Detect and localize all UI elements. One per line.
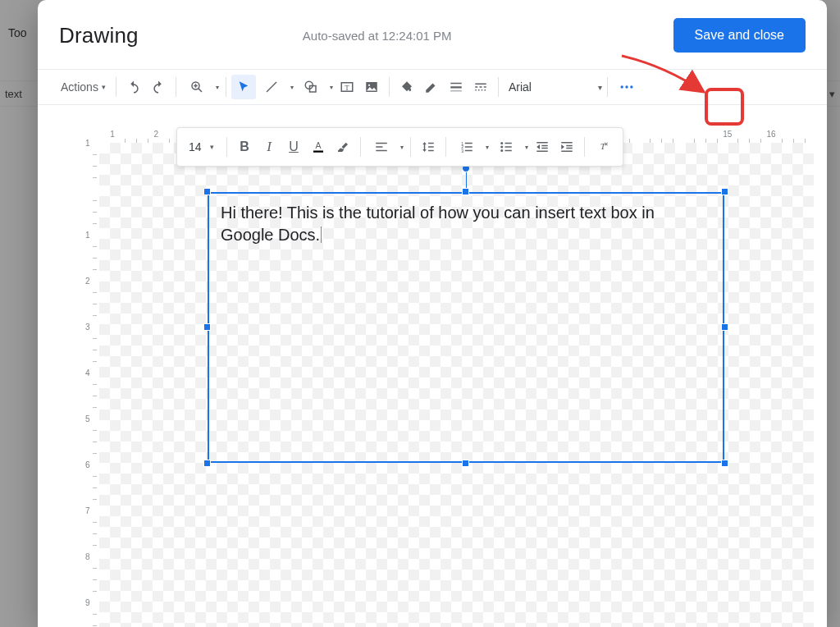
ruler-label: 1 [85, 231, 90, 240]
line-tool[interactable]: ▾ [256, 75, 287, 99]
svg-rect-12 [450, 86, 462, 88]
text-content: Hi there! This is the tutorial of how yo… [221, 204, 655, 244]
save-and-close-button[interactable]: Save and close [673, 18, 806, 53]
caret-down-icon: ▾ [290, 84, 294, 91]
svg-rect-11 [450, 83, 462, 85]
border-color-button[interactable] [419, 75, 444, 99]
separator [607, 77, 608, 97]
align-button[interactable]: ▾ [366, 135, 397, 159]
textbox-tool[interactable]: T [335, 75, 359, 99]
vertical-ruler: 112345678910 [80, 143, 98, 627]
ruler-label: 5 [85, 414, 90, 423]
resize-handle-tl[interactable] [203, 188, 211, 195]
shape-tool[interactable]: ▾ [295, 75, 326, 99]
svg-point-35 [500, 146, 503, 149]
ruler-label: 16 [767, 130, 776, 139]
drawing-canvas[interactable]: Hi there! This is the tutorial of how yo… [99, 143, 814, 627]
separator [360, 137, 361, 157]
caret-down-icon: ▾ [598, 83, 602, 92]
increase-indent-button[interactable] [555, 135, 579, 159]
image-tool[interactable] [359, 75, 384, 99]
resize-handle-l[interactable] [203, 323, 211, 331]
drawing-modal: Drawing Auto-saved at 12:24:01 PM Save a… [38, 0, 827, 627]
rotation-stem [466, 171, 467, 189]
font-size-picker[interactable]: 14 ▾ [185, 140, 221, 153]
textbox-icon: T [340, 80, 354, 94]
separator [410, 137, 411, 157]
undo-icon [126, 80, 141, 94]
cursor-icon [236, 80, 251, 94]
clear-formatting-button[interactable]: T✕ [590, 135, 614, 159]
resize-handle-tr[interactable] [721, 188, 728, 195]
bulleted-list-icon [499, 140, 514, 154]
separator [226, 137, 227, 157]
highlight-color-button[interactable] [331, 135, 355, 159]
line-icon [264, 80, 279, 94]
svg-point-17 [620, 85, 623, 88]
caret-down-icon: ▾ [216, 84, 219, 91]
zoom-icon [189, 80, 204, 94]
redo-icon [151, 80, 166, 94]
redo-button[interactable] [146, 75, 171, 99]
numbered-list-button[interactable]: 123 ▾ [451, 135, 482, 159]
ruler-label: 8 [85, 552, 90, 561]
font-size-label: 14 [189, 140, 202, 153]
caret-down-icon: ▾ [486, 144, 489, 151]
modal-title: Drawing [59, 23, 139, 48]
resize-handle-br[interactable] [721, 460, 728, 467]
svg-point-10 [368, 85, 370, 86]
ruler-label: 2 [85, 277, 90, 286]
text-format-toolbar: 14 ▾ B I U A ▾ 123 ▾ ▾ T✕ [176, 127, 623, 167]
resize-handle-r[interactable] [721, 323, 728, 331]
italic-button[interactable]: I [257, 135, 281, 159]
separator [116, 77, 116, 97]
svg-text:3: 3 [461, 149, 463, 153]
select-tool[interactable] [231, 75, 256, 99]
caret-down-icon: ▾ [400, 144, 404, 151]
svg-point-19 [630, 85, 632, 88]
line-spacing-icon [421, 140, 436, 154]
more-horizontal-icon [619, 79, 635, 95]
border-weight-button[interactable] [444, 75, 468, 99]
fill-color-button[interactable] [395, 75, 419, 99]
svg-point-34 [500, 142, 503, 144]
ruler-label: 2 [154, 130, 159, 139]
bold-icon: B [240, 140, 249, 154]
text-box-content[interactable]: Hi there! This is the tutorial of how yo… [209, 194, 723, 461]
actions-label: Actions [61, 80, 98, 94]
text-cursor [321, 227, 322, 243]
resize-handle-bl[interactable] [203, 460, 211, 467]
align-left-icon [374, 140, 389, 154]
caret-down-icon: ▾ [330, 84, 333, 91]
actions-menu[interactable]: Actions ▾ [56, 77, 111, 97]
text-color-button[interactable]: A [306, 135, 331, 159]
separator [445, 137, 446, 157]
more-options-button[interactable] [613, 73, 641, 101]
ruler-label: 7 [85, 506, 90, 515]
decrease-indent-button[interactable] [530, 135, 555, 159]
border-dash-icon [473, 80, 488, 94]
resize-handle-b[interactable] [462, 460, 469, 467]
border-dash-button[interactable] [468, 75, 493, 99]
bold-button[interactable]: B [232, 135, 257, 159]
shape-icon [304, 80, 318, 94]
separator [176, 77, 176, 97]
caret-down-icon: ▾ [210, 143, 214, 151]
image-icon [364, 80, 379, 94]
resize-handle-t[interactable] [462, 188, 469, 195]
italic-icon: I [267, 139, 272, 155]
caret-down-icon: ▾ [102, 83, 106, 91]
clear-formatting-icon: T✕ [595, 140, 609, 154]
zoom-button[interactable]: ▾ [181, 75, 212, 99]
text-box-selected[interactable]: Hi there! This is the tutorial of how yo… [208, 192, 724, 463]
underline-button[interactable]: U [281, 135, 306, 159]
undo-button[interactable] [121, 75, 146, 99]
bulleted-list-button[interactable]: ▾ [491, 135, 522, 159]
line-spacing-button[interactable] [416, 135, 441, 159]
font-family-picker[interactable]: Arial ▾ [504, 80, 602, 94]
caret-down-icon: ▾ [525, 144, 528, 151]
ruler-label: 15 [723, 130, 732, 139]
paint-bucket-icon [399, 80, 414, 94]
primary-toolbar: Actions ▾ ▾ ▾ ▾ T [38, 69, 827, 105]
svg-text:A: A [315, 140, 321, 150]
